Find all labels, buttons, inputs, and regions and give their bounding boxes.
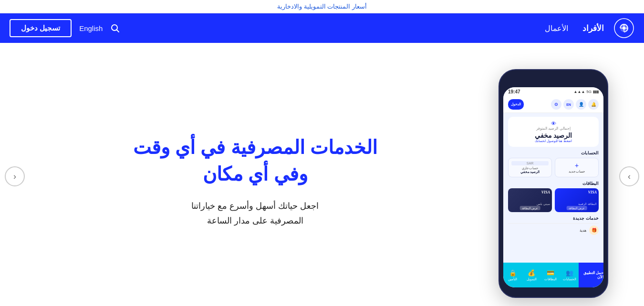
new-account-label: حساب جديد bbox=[569, 170, 585, 173]
hero-subtitle-line1: اجعل حياتك أسهل وأسرع مع خياراتنا bbox=[38, 199, 472, 214]
download-app-btn[interactable]: حمل التطبيق الآن bbox=[579, 263, 603, 287]
phone-notch bbox=[534, 76, 572, 85]
phone-app-content: 👁 إجمالي الرصيد المتوفر الرصيد مخفي اضغط… bbox=[503, 113, 603, 241]
phone-mockup: 19:47 ▲▲▲ 5G ▮▮▮ 🔔 👤 EN ⊙ الدخول bbox=[499, 69, 608, 298]
visa-logo-1: VISA bbox=[588, 190, 597, 194]
phone-nav-icon-1: 🔔 bbox=[588, 99, 599, 110]
search-icon bbox=[110, 23, 120, 33]
phone-nav-login: الدخول bbox=[508, 99, 524, 110]
announcement-bar: أسعار المنتجات التمويلية والادخارية bbox=[0, 0, 644, 13]
bottom-tab-accounts[interactable]: 👥 الحسابات bbox=[560, 263, 579, 287]
services-item-gift[interactable]: 🎁 هدية bbox=[508, 223, 599, 237]
announcement-text: أسعار المنتجات التمويلية والادخارية bbox=[277, 3, 367, 10]
hero-title-line1: الخدمات المصرفية في أي وقت bbox=[38, 134, 472, 161]
finance-tab-icon: 💰 bbox=[528, 269, 535, 276]
phone-nav-icon-3: ⊙ bbox=[551, 99, 561, 110]
card1-view-btn[interactable]: عرض البطاقة bbox=[567, 206, 587, 210]
hero-title-line2: وفي أي مكان bbox=[38, 161, 472, 187]
phone-screen: 19:47 ▲▲▲ 5G ▮▮▮ 🔔 👤 EN ⊙ الدخول bbox=[503, 87, 603, 287]
balance-label: إجمالي الرصيد المتوفر bbox=[513, 126, 594, 131]
nav-business[interactable]: الأعمال bbox=[545, 24, 568, 33]
carousel-right-arrow[interactable]: › bbox=[619, 166, 639, 186]
nav-links: الأفراد الأعمال bbox=[120, 23, 604, 33]
account-balance: الرصيد مخفي bbox=[511, 170, 549, 174]
bottom-tab-finance[interactable]: 💰 التمويل bbox=[522, 263, 541, 287]
nav-controls: تسجيل دخول English bbox=[10, 19, 120, 37]
phone-status-icons: ▲▲▲ 5G ▮▮▮ bbox=[574, 90, 599, 94]
main-nav: الأفراد الأعمال تسجيل دخول English bbox=[0, 13, 644, 43]
balance-value: الرصيد مخفي bbox=[513, 132, 594, 139]
login-button[interactable]: تسجيل دخول bbox=[10, 19, 72, 37]
visa-logo-2: VISA bbox=[541, 190, 550, 194]
svg-line-4 bbox=[117, 30, 119, 32]
language-button[interactable]: English bbox=[79, 24, 103, 32]
phone-status-bar: 19:47 ▲▲▲ 5G ▮▮▮ bbox=[503, 87, 603, 96]
hide-balance-icon: 👁 bbox=[551, 121, 556, 126]
balance-section: 👁 إجمالي الرصيد المتوفر الرصيد مخفي اضغط… bbox=[508, 117, 599, 147]
visa-card-2[interactable]: VISA سيتي بلس عرض البطاقة bbox=[508, 188, 552, 212]
phone-mockup-container: 19:47 ▲▲▲ 5G ▮▮▮ 🔔 👤 EN ⊙ الدخول bbox=[491, 64, 615, 298]
card2-name: سيتي بلس bbox=[537, 202, 550, 205]
services-section-title: خدمات جديدة bbox=[508, 216, 599, 221]
phone-time: 19:47 bbox=[508, 89, 520, 94]
add-account-icon: + bbox=[575, 162, 579, 169]
insurance-tab-icon: 🔒 bbox=[509, 269, 517, 276]
phone-nav-icon-en: EN bbox=[563, 99, 574, 110]
nav-logo[interactable] bbox=[613, 18, 634, 39]
hero-text: الخدمات المصرفية في أي وقت وفي أي مكان ا… bbox=[29, 134, 491, 228]
current-account-card[interactable]: SAR حساب جاري الرصيد مخفي bbox=[508, 158, 552, 177]
account-type: حساب جاري bbox=[511, 166, 549, 170]
carousel-left-arrow[interactable]: ‹ bbox=[5, 166, 25, 186]
gift-icon: 🎁 bbox=[589, 225, 599, 235]
account-currency: SAR bbox=[511, 161, 549, 165]
cards-section-title: البطاقات bbox=[508, 181, 599, 186]
card2-view-btn[interactable]: عرض البطاقة bbox=[520, 206, 540, 210]
visa-card-1[interactable]: VISA البطاقة الرقمية عرض البطاقة bbox=[555, 188, 599, 212]
nav-individuals[interactable]: الأفراد bbox=[582, 23, 604, 33]
balance-link[interactable]: اضغط هنا للوصول لحسابك bbox=[513, 139, 594, 143]
hero-subtitle-line2: المصرفية على مدار الساعة bbox=[38, 214, 472, 228]
search-button[interactable] bbox=[110, 23, 120, 33]
hero-subtitle: اجعل حياتك أسهل وأسرع مع خياراتنا المصرف… bbox=[38, 199, 472, 228]
svg-point-2 bbox=[623, 27, 625, 30]
accounts-tab-icon: 👥 bbox=[566, 269, 573, 276]
services-section: 🎁 هدية bbox=[508, 223, 599, 237]
cards-row: VISA البطاقة الرقمية عرض البطاقة VISA سي… bbox=[508, 188, 599, 212]
phone-bottom-nav: حمل التطبيق الآن 👥 الحسابات 💳 البطاقات 💰… bbox=[503, 263, 603, 287]
bottom-tab-cards[interactable]: 💳 البطاقات bbox=[541, 263, 560, 287]
accounts-row: + حساب جديد SAR حساب جاري الرصيد مخفي bbox=[508, 158, 599, 177]
card1-name: البطاقة الرقمية bbox=[578, 202, 597, 205]
accounts-section-title: الحسابات bbox=[508, 151, 599, 155]
hero-title: الخدمات المصرفية في أي وقت وفي أي مكان bbox=[38, 134, 472, 187]
phone-nav-left-icons: 🔔 👤 EN ⊙ bbox=[551, 99, 599, 110]
services-item-label: هدية bbox=[580, 228, 586, 233]
hero-section: ‹ 19:47 ▲▲▲ 5G ▮▮▮ 🔔 bbox=[0, 43, 644, 306]
bottom-tab-insurance[interactable]: 🔒 التأمين bbox=[503, 263, 522, 287]
phone-app-nav: 🔔 👤 EN ⊙ الدخول bbox=[503, 96, 603, 113]
cards-tab-icon: 💳 bbox=[547, 269, 554, 276]
new-account-card[interactable]: + حساب جديد bbox=[555, 158, 599, 177]
phone-nav-icon-2: 👤 bbox=[576, 99, 586, 110]
